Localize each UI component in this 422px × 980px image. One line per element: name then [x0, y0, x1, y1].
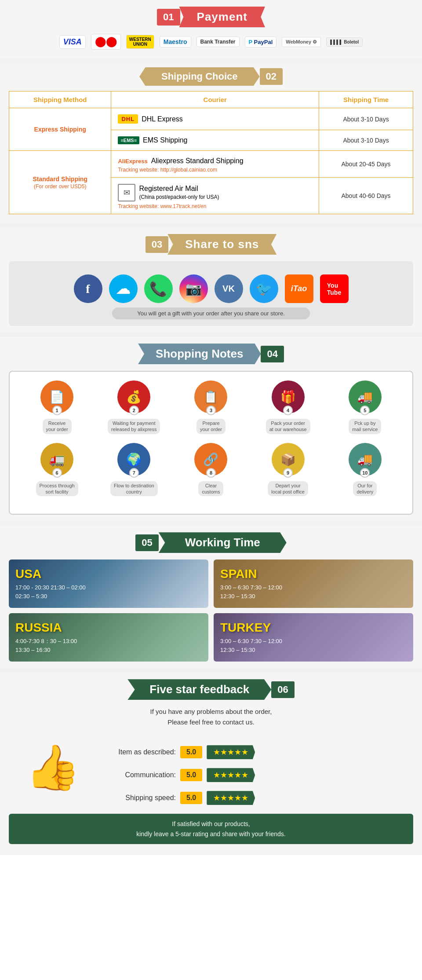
ratings-area: Item as described: 5.0 ★ ★ ★ ★ ★ Communi…	[106, 736, 413, 805]
feedback-header: Five star feedback 06	[9, 679, 413, 700]
star-3: ★	[227, 770, 234, 780]
spain-hours: 3:00 – 6:30 7:30 – 12:0012:30 – 15:30	[220, 583, 407, 600]
feedback-subtitle-line1: If you have any problems about the order…	[150, 708, 272, 715]
notes-title: Shopping Notes	[138, 344, 261, 364]
step-7: 🌍 7 Flow to destinationcountry	[108, 443, 160, 497]
star-5: ★	[241, 770, 248, 780]
rating-described: Item as described: 5.0 ★ ★ ★ ★ ★	[106, 745, 413, 759]
notes-box: 📄 1 Receiveyour order 💰 2 Waiting for pa…	[9, 371, 413, 515]
step-3-circle: 📋 3	[194, 380, 227, 413]
spacer-1	[0, 59, 422, 63]
step-4: 🎁 4 Pack your orderat our warehouse	[262, 380, 314, 434]
feedback-title: Five star feedback	[127, 679, 271, 700]
step-1: 📄 1 Receiveyour order	[31, 380, 84, 434]
feedback-subtitle: If you have any problems about the order…	[9, 706, 413, 728]
bank-transfer-logo: Bank Transfer	[196, 37, 240, 47]
russia-hours: 4:00-7:30 8：30 – 13:0013:30 – 16:30	[15, 637, 202, 654]
step-2: 💰 2 Waiting for paymentreleased by alixp…	[108, 380, 160, 434]
payment-section: 01 Payment VISA ⬤⬤ WESTERNUNION Maestro …	[0, 0, 422, 59]
mastercard-logo: ⬤⬤	[91, 34, 121, 50]
facebook-icon[interactable]: f	[74, 274, 102, 303]
col-method: Shipping Method	[9, 91, 111, 108]
shipping-num: 02	[260, 68, 283, 85]
airmail-icon: ✉	[118, 184, 135, 201]
step-4-circle: 🎁 4	[272, 380, 305, 413]
notes-section: Shopping Notes 04 📄 1 Receiveyour order …	[0, 337, 422, 521]
airmail-name: Registered Air Mail (China post/epacket-…	[139, 185, 219, 201]
rating-communication-score: 5.0	[180, 769, 202, 781]
step-2-circle: 💰 2	[117, 380, 150, 413]
whatsapp-icon[interactable]: 📞	[144, 274, 173, 303]
star-1: ★	[213, 770, 220, 780]
airmail-courier: ✉ Registered Air Mail (China post/epacke…	[111, 178, 319, 214]
working-num: 05	[135, 534, 158, 551]
step-9-circle: 📦 9	[272, 443, 305, 476]
star-1: ★	[213, 793, 220, 803]
vk-icon[interactable]: VK	[215, 274, 243, 303]
spacer-2	[0, 223, 422, 227]
table-row: Standard Shipping(For order over USD5) A…	[9, 151, 413, 178]
ali-logo: AliExpress	[118, 158, 147, 165]
notes-num: 04	[261, 346, 284, 362]
usa-card: USA 17:00 - 20:30 21:30 – 02:0002:30 – 5…	[9, 559, 208, 608]
itao-icon[interactable]: iTao	[285, 274, 313, 303]
ems-time: About 3-10 Days	[319, 130, 413, 151]
step-6-label: Process throughsort facility	[36, 481, 78, 497]
step-6-num: 6	[52, 468, 62, 478]
visa-logo: VISA	[59, 35, 86, 49]
ems-courier: ≡EMS≡ EMS Shipping	[111, 130, 319, 151]
step-10-circle: 🚚 10	[349, 443, 382, 476]
step-7-num: 7	[129, 468, 139, 478]
express-method: Express Shipping	[9, 108, 111, 151]
working-grid: USA 17:00 - 20:30 21:30 – 02:0002:30 – 5…	[9, 559, 413, 662]
feedback-section: Five star feedback 06 If you have any pr…	[0, 673, 422, 855]
star-2: ★	[220, 793, 227, 803]
webmoney-logo: WebMoney ⚙	[282, 37, 321, 47]
step-5-label: Pck up bymail service	[349, 419, 381, 434]
star-5: ★	[241, 747, 248, 757]
shipping-section: Shipping Choice 02 Shipping Method Couri…	[0, 63, 422, 223]
feedback-footer-line2: kindly leave a 5-star rating and share w…	[136, 830, 285, 837]
step-3-num: 3	[206, 406, 216, 415]
airmail-tracking: Tracking website: www.17track.net/en	[118, 203, 312, 209]
usa-hours: 17:00 - 20:30 21:30 – 02:0002:30 – 5:30	[15, 583, 202, 600]
step-1-label: Receiveyour order	[43, 419, 72, 434]
star-1: ★	[213, 747, 220, 757]
turkey-name: TURKEY	[220, 621, 407, 635]
ali-name: Aliexpress Standard Shipping	[151, 157, 244, 165]
ali-time: About 20-45 Days	[319, 151, 413, 178]
step-1-circle: 📄 1	[40, 380, 73, 413]
usa-name: USA	[15, 567, 202, 581]
youtube-icon[interactable]: YouTube	[320, 274, 349, 303]
boletol-logo: ▌▌▌▌ Boletol	[326, 37, 363, 47]
star-4: ★	[234, 770, 241, 780]
ali-tracking: Tracking website: http://global.cainiao.…	[118, 167, 312, 173]
step-6: 🚛 6 Process throughsort facility	[31, 443, 84, 497]
maestro-logo: Maestro	[160, 36, 191, 48]
rating-described-score: 5.0	[180, 746, 202, 758]
rating-shipping: Shipping speed: 5.0 ★ ★ ★ ★ ★	[106, 791, 413, 805]
share-title: Share to sns	[167, 234, 276, 255]
feedback-footer: If satisfied with our products, kindly l…	[9, 814, 413, 844]
step-2-num: 2	[129, 406, 139, 415]
payment-header: 01 Payment	[9, 7, 413, 27]
share-section: 03 Share to sns f ☁ 📞 📷 VK 🐦 iTao YouTub…	[0, 227, 422, 333]
step-2-label: Waiting for paymentreleased by alixpress	[108, 419, 160, 434]
feedback-content: 👍 Item as described: 5.0 ★ ★ ★ ★ ★ Commu…	[9, 736, 413, 805]
instagram-icon[interactable]: 📷	[179, 274, 208, 303]
steps-row-2: 🚛 6 Process throughsort facility 🌍 7 Flo…	[18, 443, 404, 497]
working-section: 05 Working Time USA 17:00 - 20:30 21:30 …	[0, 526, 422, 668]
dhl-name: DHL Express	[142, 115, 183, 123]
dhl-courier: DHL DHL Express	[111, 108, 319, 130]
rating-described-stars: ★ ★ ★ ★ ★	[207, 745, 255, 759]
skype-icon[interactable]: ☁	[109, 274, 138, 303]
step-5: 🚚 5 Pck up bymail service	[338, 380, 391, 434]
thumbs-up-image: 👍	[9, 736, 97, 789]
shipping-header: Shipping Choice 02	[9, 67, 413, 86]
russia-card: RUSSIA 4:00-7:30 8：30 – 13:0013:30 – 16:…	[9, 613, 208, 662]
western-union-logo: WESTERNUNION	[126, 35, 154, 49]
share-header: 03 Share to sns	[9, 234, 413, 255]
step-7-label: Flow to destinationcountry	[110, 481, 158, 497]
payment-num: 01	[157, 9, 180, 26]
twitter-icon[interactable]: 🐦	[250, 274, 278, 303]
